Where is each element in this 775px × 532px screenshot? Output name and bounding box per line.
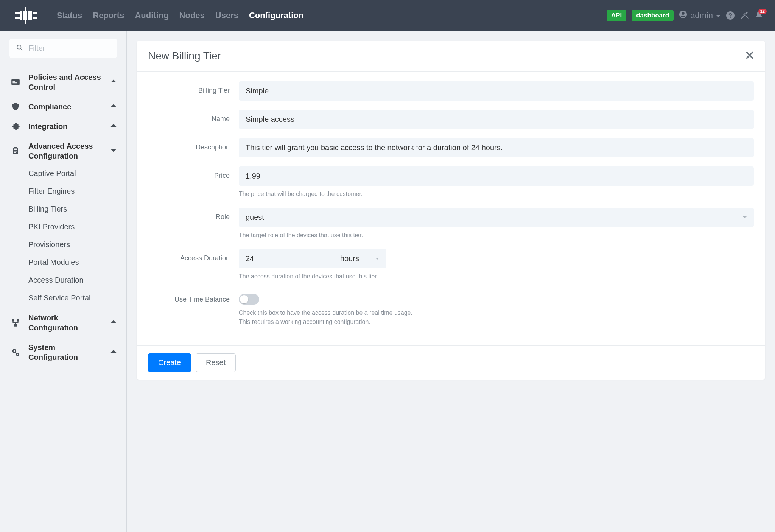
toggle-knob xyxy=(240,295,248,303)
svg-rect-23 xyxy=(12,319,14,322)
svg-rect-21 xyxy=(14,151,17,152)
select-role[interactable] xyxy=(239,208,754,227)
chevron-down-icon xyxy=(110,147,117,155)
select-unit-value[interactable] xyxy=(333,249,386,268)
sidebar-section-system[interactable]: System Configuration xyxy=(9,339,117,366)
sidebar-item-provisioners[interactable]: Provisioners xyxy=(28,236,117,254)
tools-icon[interactable] xyxy=(740,11,749,20)
page-title: New Billing Tier xyxy=(148,50,221,62)
sidebar-section-advanced[interactable]: Advanced Access Configuration xyxy=(9,137,117,165)
svg-rect-15 xyxy=(11,79,20,85)
help-use-time-balance: Check this box to have the access durati… xyxy=(239,308,754,327)
sidebar-section-integration[interactable]: Integration xyxy=(9,118,117,135)
svg-rect-25 xyxy=(14,324,17,327)
sidebar-section-label: Integration xyxy=(28,121,103,131)
label-description: Description xyxy=(148,138,239,151)
bell-icon[interactable]: 12 xyxy=(755,11,764,20)
gears-icon xyxy=(9,347,22,357)
logo[interactable] xyxy=(11,6,42,25)
svg-rect-4 xyxy=(30,11,32,20)
main-content: New Billing Tier Billing Tier Name xyxy=(127,31,775,532)
user-menu[interactable]: admin xyxy=(679,10,721,21)
sidebar-section-compliance[interactable]: Compliance xyxy=(9,98,117,115)
input-price[interactable] xyxy=(239,166,754,186)
nav-link-status[interactable]: Status xyxy=(57,11,82,20)
toggle-use-time-balance[interactable] xyxy=(239,294,259,305)
dashboard-badge[interactable]: dashboard xyxy=(632,10,674,21)
id-card-icon xyxy=(9,77,22,87)
nav-link-reports[interactable]: Reports xyxy=(93,11,124,20)
input-billing-tier[interactable] xyxy=(239,81,754,101)
help-price: The price that will be charged to the cu… xyxy=(239,190,754,199)
sidebar-item-filter-engines[interactable]: Filter Engines xyxy=(28,182,117,200)
reset-button[interactable]: Reset xyxy=(196,353,236,372)
nav-right: API dashboard admin ? 12 xyxy=(607,10,764,21)
label-price: Price xyxy=(148,166,239,180)
svg-rect-17 xyxy=(12,82,17,83)
nav-link-nodes[interactable]: Nodes xyxy=(179,11,205,20)
help-icon[interactable]: ? xyxy=(726,11,735,20)
svg-marker-7 xyxy=(33,12,37,14)
label-role: Role xyxy=(148,208,239,221)
user-name: admin xyxy=(690,11,713,20)
sidebar-section-label: Network Configuration xyxy=(28,313,103,333)
svg-rect-1 xyxy=(23,11,25,20)
card-header: New Billing Tier xyxy=(137,41,765,72)
filter-box[interactable] xyxy=(9,39,117,58)
svg-point-27 xyxy=(14,350,15,352)
help-role: The target role of the devices that use … xyxy=(239,231,754,240)
clipboard-icon xyxy=(9,146,22,156)
svg-rect-3 xyxy=(28,11,30,20)
notification-count: 12 xyxy=(758,9,767,14)
input-description[interactable] xyxy=(239,138,754,157)
svg-marker-5 xyxy=(15,12,20,14)
user-icon xyxy=(679,10,687,21)
svg-rect-2 xyxy=(25,11,27,20)
sidebar-section-policies[interactable]: Policies and Access Control xyxy=(9,68,117,96)
select-access-duration-unit[interactable] xyxy=(333,249,386,268)
svg-rect-24 xyxy=(17,319,19,322)
nav-link-users[interactable]: Users xyxy=(215,11,238,20)
select-role-value[interactable] xyxy=(239,208,754,227)
sidebar-section-label: Policies and Access Control xyxy=(28,72,103,92)
sidebar-item-billing-tiers[interactable]: Billing Tiers xyxy=(28,200,117,218)
close-icon[interactable] xyxy=(745,50,754,62)
sidebar-item-captive-portal[interactable]: Captive Portal xyxy=(28,165,117,182)
puzzle-icon xyxy=(9,121,22,131)
svg-rect-22 xyxy=(14,152,16,153)
network-icon xyxy=(9,318,22,328)
nav-link-configuration[interactable]: Configuration xyxy=(249,11,303,20)
chevron-up-icon xyxy=(110,122,117,131)
chevron-up-icon xyxy=(110,348,117,356)
chevron-up-icon xyxy=(110,78,117,86)
api-badge[interactable]: API xyxy=(607,10,626,21)
nav-link-auditing[interactable]: Auditing xyxy=(135,11,168,20)
sidebar-item-pki-providers[interactable]: PKI Providers xyxy=(28,218,117,236)
label-use-time-balance: Use Time Balance xyxy=(148,290,239,303)
label-billing-tier: Billing Tier xyxy=(148,81,239,95)
sidebar-section-label: Compliance xyxy=(28,102,103,112)
form-card: New Billing Tier Billing Tier Name xyxy=(137,41,765,380)
shield-icon xyxy=(9,102,22,111)
navbar: Status Reports Auditing Nodes Users Conf… xyxy=(0,0,775,31)
label-name: Name xyxy=(148,110,239,123)
label-access-duration: Access Duration xyxy=(148,249,239,262)
svg-rect-9 xyxy=(25,7,26,11)
sidebar-item-portal-modules[interactable]: Portal Modules xyxy=(28,254,117,271)
sidebar-section-network[interactable]: Network Configuration xyxy=(9,309,117,336)
input-access-duration-value[interactable] xyxy=(239,249,333,268)
chevron-up-icon xyxy=(110,319,117,327)
input-name[interactable] xyxy=(239,110,754,129)
chevron-up-icon xyxy=(110,103,117,111)
svg-rect-0 xyxy=(20,11,22,20)
svg-point-29 xyxy=(17,354,18,355)
card-footer: Create Reset xyxy=(137,345,765,380)
create-button[interactable]: Create xyxy=(148,353,191,372)
filter-input[interactable] xyxy=(28,44,124,53)
sidebar-item-self-service-portal[interactable]: Self Service Portal xyxy=(28,289,117,307)
svg-marker-6 xyxy=(15,17,20,19)
sidebar: Policies and Access Control Compliance I… xyxy=(0,31,127,532)
svg-rect-19 xyxy=(14,147,17,148)
sidebar-item-access-duration[interactable]: Access Duration xyxy=(28,271,117,289)
nav-links: Status Reports Auditing Nodes Users Conf… xyxy=(57,11,607,20)
